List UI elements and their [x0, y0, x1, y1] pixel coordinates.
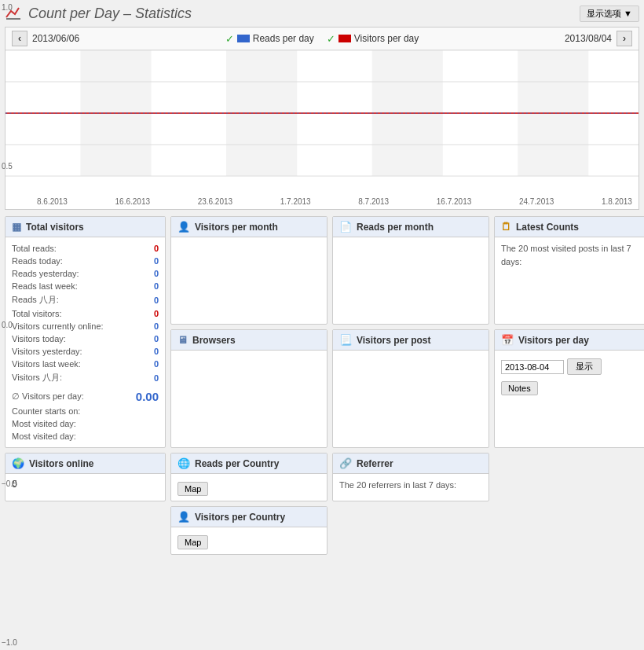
- visitors-day-notes-button[interactable]: Notes: [501, 381, 538, 395]
- latest-counts-body: The 20 most visited posts in last 7 days…: [495, 237, 644, 273]
- legend-visitors: ✓ Visitors per day: [327, 33, 419, 45]
- chart-date-left: 2013/06/06: [32, 33, 79, 44]
- chart-nav-right[interactable]: ›: [617, 31, 632, 46]
- total-visitors-body: Total reads: 0 Reads today: 0 Reads yest…: [5, 237, 165, 447]
- stat-visitors-lastweek: Visitors last week: 0: [12, 358, 159, 370]
- latest-counts-desc: The 20 most visited posts in last 7 days…: [501, 244, 631, 266]
- referrer-desc: The 20 referrers in last 7 days:: [339, 480, 456, 490]
- reads-country-widget: 🌐 Reads per Country Map: [170, 453, 327, 501]
- reads-legend-label: Reads per day: [253, 33, 314, 44]
- visitors-day-right-title: Visitors per day: [518, 335, 589, 346]
- reads-month-body: [333, 237, 488, 277]
- total-visitors-title: Total visitors: [26, 222, 84, 233]
- latest-counts-header: 🗒 Latest Counts: [495, 217, 644, 237]
- chart-legend: ✓ Reads per day ✓ Visitors per day: [225, 33, 419, 45]
- total-visitors-header: ▦ Total visitors: [5, 217, 165, 237]
- visitors-post-header: 📃 Visitors per post: [333, 330, 488, 351]
- stat-most-visited-1: Most visited day:: [12, 417, 159, 430]
- browser-icon: 🖥: [177, 334, 188, 346]
- chart-date-right: 2013/08/04: [565, 33, 612, 44]
- visitors-month-header: 👤 Visitors per month: [171, 217, 327, 237]
- latest-counts-title: Latest Counts: [516, 222, 579, 233]
- reads-icon: 📄: [339, 221, 352, 233]
- latest-counts-widget: 🗒 Latest Counts The 20 most visited post…: [494, 216, 644, 325]
- reads-check-icon: ✓: [225, 33, 234, 45]
- avg-label: ∅ Visitors per day:: [12, 391, 84, 402]
- page-container: Count per Day – Statistics 显示选项 ▼ ‹ 2013…: [0, 0, 644, 560]
- reads-month-widget: 📄 Reads per month: [332, 216, 489, 325]
- visitors-post-title: Visitors per post: [357, 335, 430, 346]
- reads-country-header: 🌐 Reads per Country: [171, 454, 327, 474]
- stat-reads-yesterday: Reads yesterday: 0: [12, 267, 159, 280]
- referrer-title: Referrer: [357, 458, 393, 469]
- stat-visitors-month: Visitors 八月: 0: [12, 370, 159, 385]
- browsers-header: 🖥 Browsers: [171, 330, 327, 351]
- stat-visitors-yesterday: Visitors yesterday: 0: [12, 345, 159, 358]
- page-header: Count per Day – Statistics 显示选项 ▼: [5, 5, 639, 22]
- reads-country-title: Reads per Country: [195, 458, 279, 469]
- visitors-month-widget: 👤 Visitors per month: [170, 216, 327, 325]
- visitors-post-body: [333, 351, 488, 390]
- person-icon: 👤: [177, 221, 190, 233]
- visitors-country-title: Visitors per Country: [195, 512, 285, 523]
- stat-total-visitors: Total visitors: 0: [12, 307, 159, 320]
- visitors-legend-label: Visitors per day: [354, 33, 419, 44]
- visitors-day-right-header: 📅 Visitors per day: [495, 330, 644, 351]
- chart-with-ylabels: 1.0 0.5 0.0 −0.5 −1.0: [5, 50, 639, 196]
- stat-reads-month: Reads 八月: 0: [12, 292, 159, 307]
- chart-toolbar: ‹ 2013/06/06 ✓ Reads per day ✓ Visitors …: [5, 28, 639, 50]
- stat-visitors-today: Visitors today: 0: [12, 332, 159, 345]
- stat-counter-starts: Counter starts on:: [12, 405, 159, 417]
- chart-svg: [5, 50, 639, 196]
- legend-reads: ✓ Reads per day: [225, 33, 314, 45]
- chart-x-labels: 8.6.2013 16.6.2013 23.6.2013 1.7.2013 8.…: [5, 196, 639, 209]
- counter-label: Counter starts on:: [12, 406, 80, 416]
- visitors-day-right-body: 显示 Notes: [495, 351, 644, 400]
- reads-country-body: Map: [171, 474, 327, 501]
- visitors-country-header: 👤 Visitors per Country: [171, 507, 327, 527]
- visitors-online-widget: 🌍 Visitors online 0: [5, 453, 166, 501]
- visitors-country-widget: 👤 Visitors per Country Map: [170, 506, 327, 555]
- visitors-post-widget: 📃 Visitors per post: [332, 329, 489, 448]
- widgets-grid: ▦ Total visitors Total reads: 0 Reads to…: [5, 216, 639, 555]
- referrer-header: 🔗 Referrer: [333, 454, 488, 474]
- visitors-country-icon: 👤: [177, 511, 190, 523]
- display-options-button[interactable]: 显示选项 ▼: [580, 6, 639, 22]
- stat-total-reads: Total reads: 0: [12, 242, 159, 255]
- visitors-online-header: 🌍 Visitors online: [5, 454, 165, 474]
- post-icon: 📃: [339, 334, 352, 346]
- stat-avg-visitors: ∅ Visitors per day: 0.00: [12, 388, 159, 405]
- visitors-online-title: Visitors online: [29, 458, 93, 469]
- visitors-check-icon: ✓: [327, 33, 335, 45]
- visitors-month-body: [171, 237, 327, 277]
- total-visitors-widget: ▦ Total visitors Total reads: 0 Reads to…: [5, 216, 166, 448]
- reads-color-swatch: [237, 35, 250, 42]
- stat-reads-today: Reads today: 0: [12, 255, 159, 267]
- visitors-day-controls: 显示: [501, 355, 644, 378]
- visitors-country-map-button[interactable]: Map: [177, 535, 208, 549]
- latest-icon: 🗒: [501, 221, 511, 233]
- visitors-day-display-button[interactable]: 显示: [567, 358, 602, 375]
- page-title-area: Count per Day – Statistics: [5, 5, 192, 22]
- chart-canvas-area: [5, 50, 639, 196]
- chart-section: ‹ 2013/06/06 ✓ Reads per day ✓ Visitors …: [5, 27, 639, 210]
- globe-icon: 🌐: [177, 457, 190, 469]
- page-title: Count per Day – Statistics: [28, 6, 192, 22]
- referrer-body: The 20 referrers in last 7 days:: [333, 474, 488, 497]
- browsers-body: [171, 351, 327, 390]
- visitors-online-body: 0: [5, 474, 165, 494]
- browsers-widget: 🖥 Browsers: [170, 329, 327, 448]
- stat-reads-lastweek: Reads last week: 0: [12, 280, 159, 292]
- visitors-day-right-widget: 📅 Visitors per day 显示 Notes: [494, 329, 644, 448]
- visitors-country-body: Map: [171, 527, 327, 554]
- reads-country-map-button[interactable]: Map: [177, 482, 208, 496]
- referrer-widget: 🔗 Referrer The 20 referrers in last 7 da…: [332, 453, 489, 501]
- avg-value: 0.00: [136, 390, 159, 403]
- stat-most-visited-2: Most visited day:: [12, 430, 159, 443]
- stat-visitors-online: Visitors currently online: 0: [12, 320, 159, 332]
- day-icon: 📅: [501, 334, 514, 346]
- referrer-icon: 🔗: [339, 457, 352, 469]
- visitors-day-date-input[interactable]: [501, 360, 564, 374]
- visitors-color-swatch: [338, 35, 351, 42]
- reads-month-title: Reads per month: [357, 222, 434, 233]
